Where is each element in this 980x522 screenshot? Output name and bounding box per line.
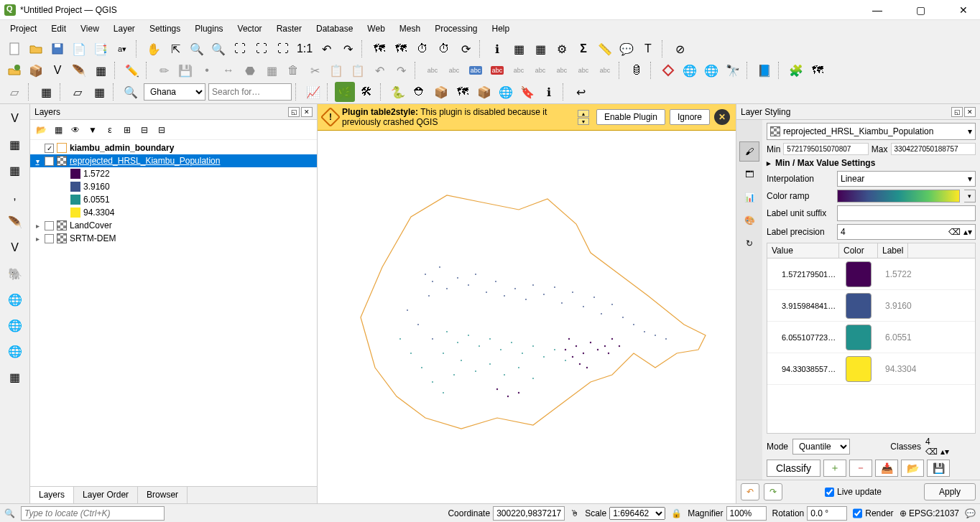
message-close-button[interactable]: ✕ [714,109,730,125]
modify-attrs-icon[interactable]: ▦ [262,60,282,80]
identify-icon[interactable]: ℹ [487,39,507,59]
minimize-button[interactable]: — [865,3,889,17]
plugin-tool1-icon[interactable]: 🧩 [786,60,806,80]
help-icon[interactable]: 📘 [754,60,775,80]
remove-class-button[interactable]: － [849,460,872,477]
save-colormap-button[interactable]: 💾 [927,460,950,477]
menu-view[interactable]: View [75,22,105,35]
transparency-tab-icon[interactable]: 🗔 [739,164,759,185]
menu-processing[interactable]: Processing [429,22,483,35]
zoom-next-icon[interactable]: ↷ [338,39,358,59]
open-project-icon[interactable] [26,39,46,59]
new-project-icon[interactable] [4,39,24,59]
add-wfs-icon[interactable]: 🌐 [4,340,27,363]
show-layouts-icon[interactable]: 📑 [91,39,111,59]
rotation-input[interactable] [807,506,847,521]
new-3d-map-icon[interactable]: 🗺 [391,39,411,59]
menu-database[interactable]: Database [310,22,359,35]
binoculars-icon[interactable]: 🔭 [723,60,743,80]
select-features-icon[interactable]: ▱ [4,82,24,102]
interpolation-select[interactable]: Linear▾ [837,171,976,187]
scale-select[interactable]: 1:696462 [609,507,665,520]
map-canvas[interactable]: ! Plugin table2style: This plugin is dis… [318,104,736,503]
label-prop-icon[interactable]: abc [595,60,615,80]
field-calc-icon[interactable]: ▦ [530,39,550,59]
add-delimited-icon[interactable]: , [4,185,27,208]
menu-project[interactable]: Project [4,22,42,35]
panel-close-button[interactable]: ✕ [964,107,976,117]
annotation-icon[interactable]: T [638,39,658,59]
label-highlight-icon[interactable]: abc [466,60,486,80]
table-row[interactable]: 94.33038557…94.3304 [767,353,975,385]
history-tab-icon[interactable]: ↻ [739,233,759,253]
delete-selected-icon[interactable]: 🗑 [283,60,303,80]
dataplotly-icon[interactable]: 📈 [303,82,323,102]
quick-search-icon[interactable]: 🔍 [4,508,15,518]
open-datasource-icon[interactable] [4,60,24,80]
menu-plugins[interactable]: Plugins [189,22,228,35]
temporal-controller-icon[interactable]: ⏱ [434,39,454,59]
plugin-b-icon[interactable]: 🗺 [453,82,473,102]
table-row[interactable]: 1.572179501…1.5722 [767,258,975,290]
processing-toolbox-icon[interactable]: ⚙ [552,39,572,59]
messages-button[interactable]: 💬 [965,508,976,518]
redo-icon[interactable]: ↷ [391,60,411,80]
panel-float-button[interactable]: ◱ [288,107,300,117]
current-edits-icon[interactable]: ✏ [154,60,174,80]
layer-expr-icon[interactable]: ε [102,122,118,138]
locator-search-input[interactable] [208,83,292,101]
add-vector-icon[interactable]: V [4,107,27,130]
undo-styling-button[interactable]: ↶ [741,483,759,500]
style-manager-icon[interactable]: a▾ [112,39,132,59]
toggle-extents-icon[interactable]: 🖰 [570,508,579,518]
apply-button[interactable]: Apply [924,483,976,500]
plugin-tool2-icon[interactable]: 🗺 [808,60,828,80]
export-colormap-button[interactable]: 📂 [901,460,924,477]
label-rotate-icon[interactable]: abc [552,60,572,80]
menu-raster[interactable]: Raster [271,22,308,35]
firstaid-icon[interactable]: ⛑ [410,82,430,102]
zoom-layer-icon[interactable]: ⛶ [273,39,293,59]
move-feature-icon[interactable]: ↔ [218,60,239,80]
save-edits-icon[interactable]: 💾 [175,60,195,80]
load-colormap-button[interactable]: 📥 [875,460,898,477]
menu-layer[interactable]: Layer [108,22,141,35]
new-map-view-icon[interactable]: 🗺 [369,39,389,59]
save-project-icon[interactable] [47,39,68,59]
menu-mesh[interactable]: Mesh [394,22,426,35]
coordinate-input[interactable] [493,506,565,521]
redo-styling-button[interactable]: ↷ [764,483,782,500]
cut-features-icon[interactable]: ✂ [305,60,325,80]
mode-select[interactable]: Quantile [792,439,850,455]
styling-layer-select[interactable]: reprojected_HRSL_Kiambu_Population ▾ [767,123,976,140]
zoom-full-icon[interactable]: ⛶ [230,39,250,59]
map-tips-icon[interactable]: 💬 [616,39,637,59]
add-raster-icon[interactable]: ▦ [4,133,27,156]
undo-icon[interactable]: ↶ [369,60,389,80]
add-feature-icon[interactable]: • [197,60,217,80]
maximize-button[interactable]: ▢ [908,3,933,17]
color-swatch[interactable] [846,356,872,382]
no-action-icon[interactable]: ⊘ [670,39,690,59]
plugin-c-icon[interactable]: 📦 [474,82,494,102]
panel-float-button[interactable]: ◱ [951,107,963,117]
nominatim-icon[interactable]: 🔍 [121,82,141,102]
menu-vector[interactable]: Vector [232,22,268,35]
layer-collapse-icon[interactable]: ⊟ [137,122,152,138]
layer-item-hrsl[interactable]: ▾ ✓ reprojected_HRSL_Kiambu_Population [30,154,317,167]
label-diagram-icon[interactable]: abc [444,60,464,80]
zoom-out-icon[interactable]: 🔍 [208,39,228,59]
add-class-button[interactable]: ＋ [823,460,846,477]
plugin-a-icon[interactable]: 📦 [431,82,451,102]
add-wcs-icon[interactable]: 🌐 [4,314,27,337]
label-precision-input[interactable]: 4⌫▴▾ [837,224,976,240]
crs-button[interactable]: ⊕ EPSG:21037 [900,508,959,518]
topology-checker-icon[interactable] [658,60,678,80]
plugin-e-icon[interactable]: 🔖 [517,82,537,102]
new-spatialite-icon[interactable]: 🪶 [69,60,89,80]
deselect-icon[interactable]: ▱ [68,82,88,102]
layer-visibility-icon[interactable]: 👁 [68,122,83,138]
new-geopackage-icon[interactable]: 📦 [26,60,46,80]
menu-settings[interactable]: Settings [144,22,186,35]
table-row[interactable]: 6.055107723…6.0551 [767,322,975,353]
